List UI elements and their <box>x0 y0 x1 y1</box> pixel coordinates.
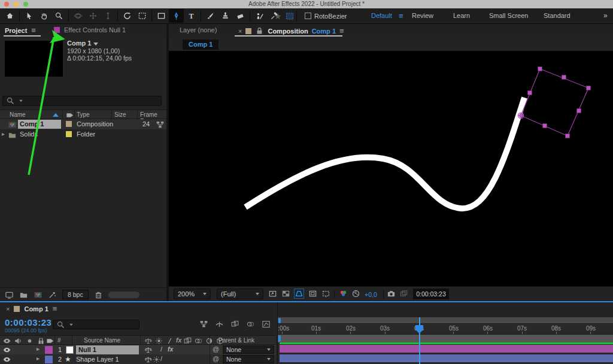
column-source-name[interactable]: Source Name <box>84 337 120 344</box>
current-timecode[interactable]: 0:00:03:23 <box>5 317 51 327</box>
project-label-swatch[interactable] <box>66 121 72 127</box>
quality-icon[interactable] <box>165 336 174 345</box>
camera-tool[interactable] <box>135 9 150 23</box>
orbit-camera-tool[interactable] <box>71 9 86 23</box>
type-tool[interactable]: T <box>184 9 199 23</box>
flowchart-icon[interactable] <box>156 120 165 129</box>
project-row-name[interactable]: Solids <box>20 131 38 138</box>
workspace-learn[interactable]: Learn <box>453 12 470 19</box>
video-eye-icon[interactable] <box>2 345 11 354</box>
shy-icon[interactable] <box>144 336 153 345</box>
search-options-caret[interactable] <box>19 100 23 102</box>
timeline-tab-comp1[interactable]: × Comp 1 ≡ <box>6 304 57 313</box>
pan-camera-tool[interactable] <box>86 9 101 23</box>
frame-blending-icon[interactable] <box>230 320 239 329</box>
project-label-swatch[interactable] <box>66 131 72 137</box>
close-tab-icon[interactable]: × <box>238 28 242 35</box>
interpret-footage-icon[interactable] <box>5 290 14 299</box>
parent-dropdown[interactable]: None <box>223 345 274 354</box>
parent-pickwhip-icon[interactable]: @ <box>213 345 219 353</box>
expand-chevron-icon[interactable]: ▸ <box>37 355 40 362</box>
graph-editor-icon[interactable] <box>262 320 271 329</box>
resolution-dropdown[interactable]: (Full) <box>217 289 263 299</box>
mask-visibility-icon[interactable] <box>285 11 295 21</box>
clone-stamp-tool[interactable] <box>218 9 233 23</box>
rotation-tool[interactable] <box>120 9 135 23</box>
expand-chevron-icon[interactable]: ▸ <box>37 345 40 352</box>
workspace-menu-icon[interactable]: ≡ <box>399 11 403 20</box>
column-name[interactable]: Name <box>10 111 26 118</box>
search-options-caret[interactable] <box>69 323 73 326</box>
selection-tool[interactable] <box>22 9 37 23</box>
layer-bar-null1[interactable] <box>280 345 613 353</box>
time-navigator[interactable] <box>278 317 613 324</box>
project-search-input[interactable] <box>2 96 162 106</box>
column-type[interactable]: Type <box>77 111 90 118</box>
region-crop-icon[interactable] <box>321 289 330 298</box>
label-column-icon[interactable] <box>45 336 54 345</box>
workspace-default[interactable]: Default <box>371 12 392 19</box>
layer-row-null1[interactable]: ▸ 1 Null 1 / fx @ None <box>0 345 276 354</box>
rectangle-tool[interactable] <box>154 9 169 23</box>
fx-toggle[interactable]: fx <box>168 345 173 353</box>
video-eye-icon[interactable] <box>2 355 11 364</box>
parent-pickwhip-icon[interactable]: @ <box>213 355 219 362</box>
brush-tool[interactable] <box>203 9 218 23</box>
roto-brush-tool[interactable] <box>252 9 267 23</box>
rotobezier-checkbox[interactable] <box>305 13 311 19</box>
composition-mini-flowchart-icon[interactable] <box>199 320 208 329</box>
guides-icon[interactable] <box>308 289 317 298</box>
lock-icon[interactable] <box>255 26 264 35</box>
new-composition-icon[interactable] <box>34 290 43 299</box>
show-snapshot-icon[interactable] <box>399 289 408 298</box>
exposure-icon[interactable] <box>351 289 360 298</box>
trash-icon[interactable] <box>94 290 103 299</box>
audio-speaker-icon[interactable] <box>14 336 23 345</box>
frame-blend-icon[interactable] <box>183 336 192 345</box>
snapshot-camera-icon[interactable] <box>387 289 396 298</box>
layer-label-swatch[interactable] <box>45 346 53 354</box>
panel-menu-icon[interactable]: ≡ <box>339 26 344 35</box>
mask-path-visibility-icon[interactable] <box>295 289 304 298</box>
label-column-icon[interactable] <box>65 111 74 120</box>
new-folder-icon[interactable] <box>19 290 28 299</box>
panel-menu-icon[interactable]: ≡ <box>31 26 36 35</box>
timeline-track-area[interactable]: 0:00s 01s 02s 03s 04s 05s 06s 07s 08s 09… <box>277 302 613 364</box>
time-ruler[interactable]: 0:00s 01s 02s 03s 04s 05s 06s 07s 08s 09… <box>278 324 613 335</box>
parent-dropdown[interactable]: None <box>223 355 274 363</box>
preview-timecode[interactable]: 0:00:03:23 <box>413 289 449 299</box>
quality-toggle[interactable]: / <box>160 345 162 353</box>
home-tool[interactable] <box>2 9 17 23</box>
tab-layer[interactable]: Layer (none) <box>180 26 217 34</box>
navigator-start-marker[interactable] <box>278 318 281 323</box>
tab-composition[interactable]: × Composition Comp 1 ≡ <box>238 26 344 35</box>
project-row-comp1[interactable]: Comp 1 Composition 24 <box>0 119 166 129</box>
playhead-line[interactable] <box>419 317 420 364</box>
timeline-search-input[interactable] <box>53 320 139 329</box>
composition-viewer[interactable] <box>169 51 613 286</box>
workspace-overflow-chevron[interactable]: » <box>603 11 608 20</box>
motion-blur-icon[interactable] <box>194 336 203 345</box>
region-of-interest-icon[interactable] <box>268 289 277 298</box>
shy-toggle[interactable] <box>144 355 153 364</box>
project-row-name[interactable]: Comp 1 <box>18 120 61 129</box>
video-eye-icon[interactable] <box>2 336 11 345</box>
column-parent-link[interactable]: Parent & Link <box>219 337 254 344</box>
eraser-tool[interactable] <box>233 9 248 23</box>
column-size[interactable]: Size <box>114 111 126 118</box>
bit-depth-button[interactable]: 8 bpc <box>62 290 89 299</box>
pen-tool[interactable] <box>169 9 184 23</box>
tab-project[interactable]: Project ≡ <box>5 26 36 35</box>
fx-icon[interactable]: fx <box>176 336 181 345</box>
hand-tool[interactable] <box>37 9 51 23</box>
collapse-toggle[interactable] <box>152 355 161 364</box>
layer-row-shape1[interactable]: ▸ 2 ★ Shape Layer 1 / @ None <box>0 354 276 364</box>
channel-rgb-icon[interactable] <box>339 289 348 298</box>
layer-bar-shape1[interactable] <box>280 354 613 363</box>
column-number[interactable]: # <box>57 337 61 344</box>
favorite-star-icon[interactable]: ★ <box>271 11 285 21</box>
workspace-standard[interactable]: Standard <box>544 12 570 19</box>
dolly-camera-tool[interactable] <box>101 9 116 23</box>
quality-toggle[interactable]: / <box>160 355 162 362</box>
magnification-dropdown[interactable]: 200% <box>174 289 211 299</box>
